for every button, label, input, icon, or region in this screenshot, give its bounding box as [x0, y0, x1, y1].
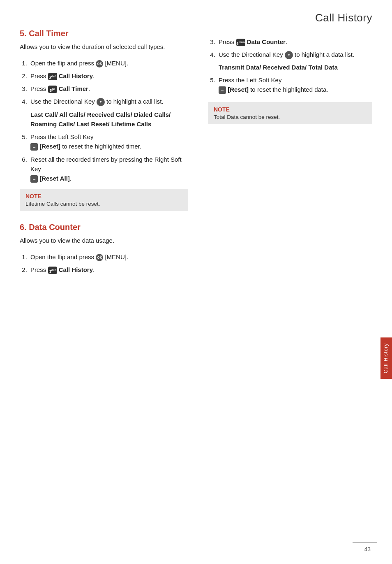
- step-6-4-text-after: to highlight a data list.: [295, 51, 354, 58]
- step-5-6-text-before: Reset all the recorded timers by pressin…: [30, 156, 182, 172]
- softkey-icon-5-6: –: [30, 175, 38, 183]
- step-6-5-text-after: [Reset] to reset the highlighted data.: [228, 86, 328, 93]
- nav-icon-5-4: [97, 98, 105, 106]
- step-5-4-text-after: to highlight a call list.: [106, 98, 163, 105]
- softkey-icon-6-5: –: [219, 86, 226, 94]
- note-text-6: Total Data cannot be reset.: [214, 114, 367, 120]
- section-5-heading: 5. Call Timer: [20, 29, 188, 38]
- data-list-options: Transmit Data/ Received Data/ Total Data: [219, 63, 372, 72]
- step-6-1-text-before: Open the flip and press: [30, 253, 96, 260]
- section-6-steps-right: Press 6mno Data Counter. Use the Directi…: [208, 37, 372, 95]
- step-5-2: Press 3def Call History.: [29, 71, 188, 81]
- step-6-2-text-before: Press: [30, 266, 48, 273]
- step-5-6-text-after: [Reset All].: [39, 175, 71, 182]
- softkey-icon-5-5: –: [30, 143, 38, 151]
- section-5: 5. Call Timer Allows you to view the dur…: [20, 29, 188, 211]
- step-6-4-text-before: Use the Directional Key: [219, 51, 285, 58]
- main-content: 5. Call Timer Allows you to view the dur…: [0, 0, 392, 312]
- step-5-4-text-before: Use the Directional Key: [30, 98, 97, 105]
- step-5-6: Reset all the recorded timers by pressin…: [29, 155, 188, 183]
- note-label-5: NOTE: [25, 193, 182, 200]
- page-number: 43: [364, 546, 371, 552]
- step-6-5: Press the Left Soft Key – [Reset] to res…: [217, 75, 372, 95]
- call-list-options: Last Call/ All Calls/ Received Calls/ Di…: [30, 110, 188, 129]
- step-5-5-text-after: [Reset] to reset the highlighted timer.: [39, 143, 141, 150]
- section-6: 6. Data Counter Allows you to view the d…: [20, 223, 188, 274]
- note-box-6: NOTE Total Data cannot be reset.: [208, 102, 372, 124]
- note-label-6: NOTE: [214, 106, 367, 113]
- step-6-5-text-before: Press the Left Soft Key: [219, 77, 281, 84]
- step-5-1-text-before: Open the flip and press: [30, 60, 96, 67]
- ok-icon: ok: [96, 60, 103, 67]
- step-5-5: Press the Left Soft Key – [Reset] to res…: [29, 132, 188, 151]
- step-6-1: Open the flip and press ok [MENU].: [29, 252, 188, 262]
- section-5-desc: Allows you to view the duration of selec…: [20, 42, 188, 52]
- section-6-steps: Open the flip and press ok [MENU]. Press…: [20, 252, 188, 275]
- page-divider: [353, 542, 377, 543]
- side-tab: Call History: [380, 337, 392, 379]
- step-5-3-text-after: Call Timer.: [59, 85, 90, 92]
- step-6-2: Press 3def Call History.: [29, 265, 188, 274]
- section-5-steps: Open the flip and press ok [MENU]. Press…: [20, 58, 188, 183]
- step-6-3: Press 6mno Data Counter.: [217, 37, 372, 46]
- step-6-3-text-before: Press: [219, 38, 236, 45]
- step-5-4: Use the Directional Key to highlight a c…: [29, 97, 188, 129]
- step-5-5-text-before: Press the Left Soft Key: [30, 133, 93, 140]
- section-6-heading: 6. Data Counter: [20, 223, 188, 232]
- 6mno-icon-6-3: 6mno: [236, 39, 245, 46]
- step-5-3: Press 5jkl Call Timer.: [29, 84, 188, 93]
- section-6-desc: Allows you to view the data usage.: [20, 236, 188, 246]
- step-6-4: Use the Directional Key to highlight a d…: [217, 50, 372, 72]
- step-6-1-text-after: [MENU].: [105, 253, 128, 260]
- step-5-3-text-before: Press: [30, 85, 48, 92]
- step-6-2-text-after: Call History.: [59, 266, 95, 273]
- note-box-5: NOTE Lifetime Calls cannot be reset.: [20, 189, 188, 211]
- left-column: 5. Call Timer Allows you to view the dur…: [20, 29, 188, 279]
- 5jkl-icon: 5jkl: [48, 86, 57, 93]
- step-5-1: Open the flip and press ok [MENU].: [29, 58, 188, 68]
- 3def-icon-6-2: 3def: [48, 267, 57, 274]
- page-title: Call History: [315, 12, 372, 24]
- step-5-2-text-after: Call History.: [59, 72, 95, 79]
- step-6-3-text-after: Data Counter.: [247, 38, 287, 45]
- ok-icon-6-1: ok: [96, 254, 103, 261]
- note-text-5: Lifetime Calls cannot be reset.: [25, 201, 182, 207]
- right-column: Press 6mno Data Counter. Use the Directi…: [208, 29, 372, 279]
- step-5-2-text-before: Press: [30, 72, 48, 79]
- nav-icon-6-4: [285, 51, 293, 59]
- 3def-icon: 3def: [48, 73, 57, 80]
- step-5-1-text-after: [MENU].: [105, 60, 128, 67]
